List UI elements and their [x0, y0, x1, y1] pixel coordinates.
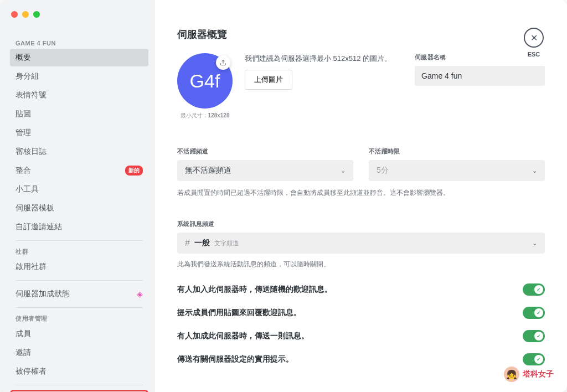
toggle-label-welcome: 有人加入此伺服器時，傳送隨機的歡迎訊息。 [177, 285, 332, 295]
sidebar-item-custom-invite[interactable]: 自訂邀請連結 [10, 218, 148, 236]
watermark-avatar: 👧 [504, 367, 519, 382]
sidebar-item-moderation[interactable]: 管理 [10, 124, 148, 142]
afk-help-text: 若成員閒置的時間已超過不活躍時限，會自動將成員移至此頻道並靜音。這不會影響瀏覽器… [177, 188, 545, 198]
sidebar-item-emoji[interactable]: 表情符號 [10, 86, 148, 104]
boost-icon: ◈ [137, 290, 143, 298]
afk-timeout-label: 不活躍時限 [369, 147, 545, 156]
afk-channel-select[interactable]: 無不活躍頻道 ⌄ [177, 160, 353, 181]
sys-help-text: 此為我們發送系統活動訊息的頻道，可以隨時關閉。 [177, 259, 545, 269]
settings-sidebar: GAME 4 FUN 概要 身分組 表情符號 貼圖 管理 審核日誌 整合 新的 … [0, 0, 155, 392]
sys-msg-channel-select[interactable]: # 一般 文字頻道 ⌄ [177, 233, 545, 254]
minimize-window[interactable] [22, 11, 29, 18]
maximize-window[interactable] [33, 11, 40, 18]
server-avatar[interactable]: G4f [177, 53, 233, 109]
upload-image-button[interactable]: 上傳圖片 [245, 70, 292, 90]
sidebar-item-overview[interactable]: 概要 [10, 49, 148, 66]
recommend-text: 我們建議為伺服器選擇最小 512x512 的圖片。 [245, 53, 391, 64]
hash-icon: # [185, 238, 190, 248]
sidebar-item-enable-community[interactable]: 啟用社群 [10, 258, 148, 276]
sidebar-item-boost-status[interactable]: 伺服器加成狀態 ◈ [10, 285, 148, 303]
sidebar-item-integrations[interactable]: 整合 新的 [10, 162, 148, 179]
settings-content: ✕ ESC 伺服器概覽 G4f 最小尺寸：128x128 我們建議為伺服器選擇最… [155, 0, 567, 392]
watermark: 👧 塔科女子 [504, 367, 554, 382]
server-name-input[interactable] [415, 66, 545, 86]
chevron-down-icon: ⌄ [532, 167, 537, 174]
sys-msg-label: 系統訊息頻道 [177, 220, 545, 228]
close-icon: ✕ [524, 28, 544, 48]
toggle-setup-tips[interactable] [523, 353, 545, 365]
divider [16, 385, 143, 385]
sidebar-item-roles[interactable]: 身分組 [10, 68, 148, 85]
user-mgmt-header: 使用者管理 [10, 312, 148, 325]
chevron-down-icon: ⌄ [532, 240, 537, 247]
new-badge: 新的 [125, 166, 143, 176]
close-window[interactable] [11, 11, 18, 18]
toggle-label-setup-tips: 傳送有關伺服器設定的實用提示。 [177, 354, 293, 364]
sidebar-item-bans[interactable]: 被停權者 [10, 363, 148, 380]
toggle-label-sticker-reply: 提示成員們用貼圖來回覆歡迎訊息。 [177, 308, 301, 318]
sidebar-item-stickers[interactable]: 貼圖 [10, 105, 148, 123]
divider [16, 280, 143, 281]
close-settings-button[interactable]: ✕ ESC [524, 28, 544, 58]
toggle-sticker-reply[interactable] [523, 307, 545, 319]
chevron-down-icon: ⌄ [341, 167, 346, 174]
toggle-welcome-message[interactable] [523, 283, 545, 296]
page-title: 伺服器概覽 [177, 28, 545, 41]
sidebar-item-audit-log[interactable]: 審核日誌 [10, 143, 148, 161]
toggle-label-boost-msg: 有人加成此伺服器時，傳送一則訊息。 [177, 331, 309, 341]
delete-server-highlight: 刪除伺服器 [10, 390, 148, 392]
window-controls [11, 11, 40, 18]
server-name-header: GAME 4 FUN [10, 38, 148, 49]
toggle-boost-message[interactable] [523, 330, 545, 342]
sidebar-item-widget[interactable]: 小工具 [10, 180, 148, 198]
afk-timeout-select[interactable]: 5分 ⌄ [369, 160, 545, 181]
sidebar-item-invites[interactable]: 邀請 [10, 344, 148, 362]
divider [16, 307, 143, 308]
upload-icon [216, 55, 230, 70]
divider [16, 240, 143, 241]
community-header: 社群 [10, 245, 148, 258]
afk-channel-label: 不活躍頻道 [177, 147, 353, 156]
min-size-hint: 最小尺寸：128x128 [181, 112, 230, 120]
sidebar-item-template[interactable]: 伺服器模板 [10, 199, 148, 217]
sidebar-item-members[interactable]: 成員 [10, 325, 148, 343]
